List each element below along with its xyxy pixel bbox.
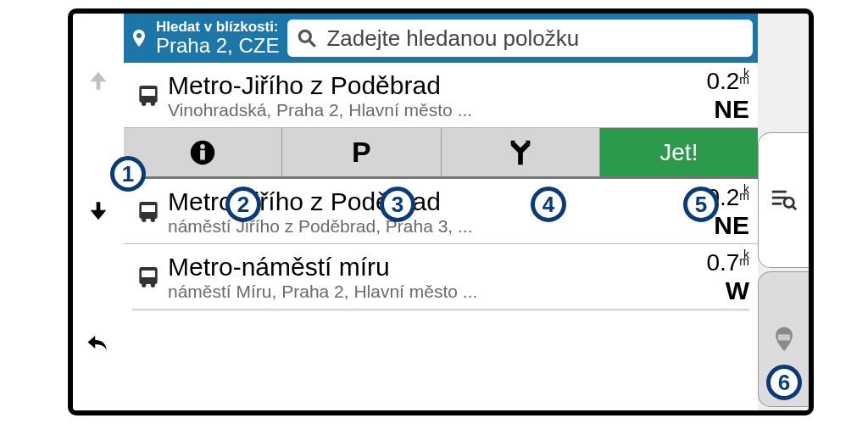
- result-distance: 0.2km NE: [673, 68, 749, 124]
- svg-point-3: [784, 198, 793, 207]
- svg-point-6: [300, 31, 311, 42]
- bus-icon: [129, 198, 168, 226]
- arrow-up-icon: [86, 68, 110, 92]
- callout-3: 3: [380, 187, 415, 222]
- result-row[interactable]: Metro-Jiřího z Poděbrad náměstí Jiřího z…: [124, 179, 758, 244]
- search-input[interactable]: Zadejte hledanou položku: [287, 20, 753, 57]
- svg-point-22: [151, 283, 155, 287]
- go-label: Jet!: [659, 139, 698, 166]
- svg-rect-1: [771, 197, 786, 199]
- svg-rect-5: [777, 334, 789, 340]
- result-subtitle: Vinohradská, Praha 2, Hlavní město ...: [168, 100, 673, 120]
- nav-down-button[interactable]: [81, 195, 115, 229]
- parking-icon: P: [352, 136, 371, 169]
- right-nav: [758, 14, 809, 410]
- info-button[interactable]: [124, 128, 282, 176]
- svg-point-21: [142, 283, 146, 287]
- result-distance: 0.7km W: [673, 249, 749, 305]
- svg-rect-0: [771, 191, 786, 193]
- device-frame: Hledat v blízkosti: Praha 2, CZE Zadejte…: [68, 8, 814, 415]
- routes-button[interactable]: [442, 128, 600, 176]
- svg-point-17: [142, 218, 146, 222]
- back-icon: [86, 332, 111, 357]
- svg-point-18: [151, 218, 155, 222]
- bus-icon: [129, 264, 168, 291]
- result-title: Metro-náměstí míru: [168, 253, 673, 282]
- parking-button[interactable]: P: [282, 128, 441, 176]
- callout-1: 1: [110, 156, 146, 192]
- nav-back-button[interactable]: [81, 327, 115, 361]
- search-near-label: Hledat v blízkosti:: [156, 20, 279, 35]
- result-row[interactable]: Metro-Jiřího z Poděbrad Vinohradská, Pra…: [124, 63, 758, 128]
- pin-icon: [129, 25, 149, 51]
- callout-2: 2: [225, 187, 261, 222]
- nav-up-button[interactable]: [81, 63, 115, 97]
- callout-5: 5: [683, 187, 719, 222]
- svg-point-11: [151, 102, 155, 106]
- current-location: Praha 2, CZE: [156, 35, 279, 56]
- svg-point-10: [142, 102, 146, 106]
- content-area: Hledat v blízkosti: Praha 2, CZE Zadejte…: [124, 14, 758, 410]
- tab-list-view[interactable]: [758, 132, 809, 268]
- svg-line-4: [792, 206, 795, 209]
- info-icon: [188, 138, 217, 167]
- callout-4: 4: [531, 187, 566, 222]
- svg-rect-14: [200, 150, 205, 159]
- result-row[interactable]: Metro-náměstí míru náměstí Míru, Praha 2…: [124, 244, 758, 309]
- list-search-icon: [770, 186, 798, 215]
- bus-icon: [129, 82, 168, 109]
- results-list: Metro-Jiřího z Poděbrad Vinohradská, Pra…: [124, 63, 758, 410]
- svg-point-13: [200, 144, 205, 149]
- svg-line-7: [310, 41, 316, 47]
- result-title: Metro-Jiřího z Poděbrad: [168, 71, 673, 100]
- callout-6: 6: [766, 365, 802, 400]
- left-nav: [73, 14, 124, 410]
- go-button[interactable]: Jet!: [600, 128, 758, 176]
- search-placeholder: Zadejte hledanou položku: [326, 25, 579, 52]
- svg-rect-2: [771, 203, 781, 205]
- map-pin-icon: [770, 325, 798, 354]
- header-bar: Hledat v blízkosti: Praha 2, CZE Zadejte…: [124, 14, 758, 63]
- scrollbar-track[interactable]: [132, 309, 749, 311]
- svg-rect-16: [142, 205, 155, 212]
- split-icon: [506, 138, 535, 167]
- arrow-down-icon: [86, 200, 110, 224]
- svg-rect-9: [142, 89, 155, 96]
- location-display[interactable]: Hledat v blízkosti: Praha 2, CZE: [129, 20, 279, 56]
- result-subtitle: náměstí Míru, Praha 2, Hlavní město ...: [168, 282, 673, 302]
- svg-rect-20: [142, 270, 155, 277]
- result-actions: P Jet!: [124, 128, 758, 179]
- search-icon: [296, 27, 318, 49]
